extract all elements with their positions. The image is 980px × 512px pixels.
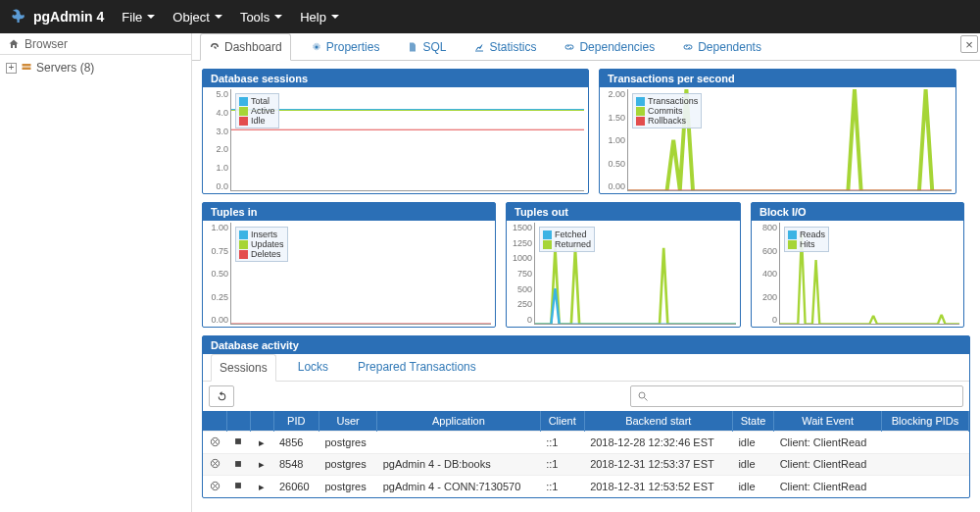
svg-rect-21 [235,483,241,488]
browser-title: Browser [24,37,68,51]
tps-legend: Transactions Commits Rollbacks [632,93,702,128]
panel-tps: Transactions per second 2.001.501.000.50… [599,69,956,194]
svg-point-8 [639,392,645,398]
activity-search[interactable] [630,385,963,407]
subtab-sessions[interactable]: Sessions [211,354,276,382]
menu-help[interactable]: Help [300,10,339,25]
tree-root-servers[interactable]: + Servers (8) [6,61,185,75]
servers-icon [21,62,32,74]
app-logo: pgAdmin 4 [10,8,104,26]
panel-activity: Database activity Sessions Locks Prepare… [202,335,970,498]
svg-rect-1 [23,68,31,71]
cancel-icon[interactable] [209,435,220,447]
panel-tps-title: Transactions per second [600,70,956,87]
tab-dependencies[interactable]: Dependencies [556,34,662,60]
activity-table: PIDUserApplicationClientBackend startSta… [203,411,969,497]
menu-file[interactable]: File [122,10,155,25]
top-menu-bar: pgAdmin 4 File Object Tools Help [0,0,980,33]
home-icon [8,38,20,50]
browser-header: Browser [0,33,191,55]
file-icon [407,41,418,53]
refresh-button[interactable] [209,385,234,407]
link-icon [682,41,694,53]
chart-icon [473,41,485,53]
cancel-icon[interactable] [209,458,220,470]
panel-tuples-in: Tuples in 1.000.750.500.250.00 Inserts U… [202,202,496,328]
subtab-locks[interactable]: Locks [290,354,336,381]
stop-icon[interactable] [232,458,244,470]
gear-icon [311,41,322,53]
tree-root-label: Servers (8) [36,61,94,75]
svg-line-9 [645,398,648,401]
link-icon [564,41,575,53]
sessions-yaxis: 5.04.03.02.01.00.0 [203,87,230,193]
content-tabbar: Dashboard Properties SQL Statistics Depe… [192,33,980,61]
table-row[interactable]: ▸26060postgrespgAdmin 4 - CONN:7130570::… [203,476,969,497]
expand-row-icon[interactable]: ▸ [256,436,268,448]
tab-statistics[interactable]: Statistics [466,34,544,60]
browser-sidebar: Browser + Servers (8) [0,33,192,512]
table-row[interactable]: ▸8548postgrespgAdmin 4 - DB:books::12018… [203,453,969,476]
menu-tools[interactable]: Tools [240,10,282,25]
activity-subtabs: Sessions Locks Prepared Transactions [203,354,969,382]
expand-row-icon[interactable]: ▸ [256,481,268,492]
elephant-icon [10,8,27,26]
svg-rect-17 [235,461,241,467]
refresh-icon [216,390,228,403]
panel-block-io: Block I/O 8006004002000 Reads Hits [751,202,964,328]
expand-row-icon[interactable]: ▸ [256,459,268,471]
sessions-chart [231,89,584,190]
expand-icon[interactable]: + [6,63,17,74]
stop-icon[interactable] [232,435,244,447]
tab-dashboard[interactable]: Dashboard [200,33,291,61]
dashboard: Database sessions 5.04.03.02.01.00.0 Tot… [192,61,980,512]
cancel-icon[interactable] [209,480,220,491]
tab-dependents[interactable]: Dependents [674,34,769,60]
panel-sessions: Database sessions 5.04.03.02.01.00.0 Tot… [202,69,589,194]
close-panel-button[interactable]: × [960,35,978,53]
panel-sessions-title: Database sessions [203,70,588,87]
tps-yaxis: 2.001.501.000.500.00 [600,87,627,193]
panel-tuples-out: Tuples out 1500125010007505002500 Fetche… [506,202,741,328]
tab-properties[interactable]: Properties [303,34,388,60]
tab-sql[interactable]: SQL [399,34,454,60]
table-row[interactable]: ▸4856postgres::12018-12-28 12:32:46 ESTi… [203,432,969,454]
subtab-prepared[interactable]: Prepared Transactions [350,354,484,381]
stop-icon[interactable] [232,480,244,491]
svg-rect-0 [23,64,31,67]
app-title: pgAdmin 4 [33,9,104,25]
menu-object[interactable]: Object [172,10,222,25]
gauge-icon [209,41,220,53]
sessions-legend: Total Active Idle [235,93,279,128]
search-icon [637,390,649,402]
table-header-row: PIDUserApplicationClientBackend startSta… [203,411,969,432]
svg-rect-13 [235,438,241,444]
